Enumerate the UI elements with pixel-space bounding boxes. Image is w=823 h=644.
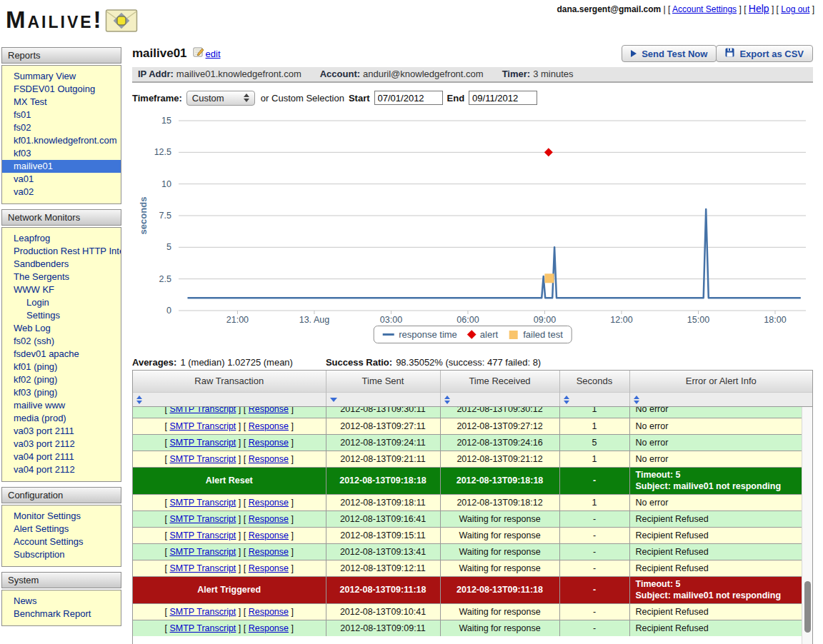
time-received-cell: Waiting for response: [440, 560, 559, 576]
sidebar-item-va03-port-2111[interactable]: va03 port 2111: [2, 425, 121, 438]
table-scrollbar-thumb[interactable]: [804, 581, 811, 633]
sort-control-time-received[interactable]: [440, 392, 559, 406]
sidebar-item-kf01-knowledgefront-com[interactable]: kf01.knowledgefront.com: [2, 134, 121, 147]
user-account-links: dana.sergent@gmail.com | [ Account Setti…: [557, 3, 814, 14]
sort-control-error-or-alert-info[interactable]: [629, 392, 812, 406]
sidebar-item-va01[interactable]: va01: [2, 173, 121, 186]
seconds-cell: -: [559, 560, 629, 576]
sidebar-item-news[interactable]: News: [2, 595, 121, 608]
sort-control-seconds[interactable]: [559, 392, 629, 406]
sidebar-item-mailive-www[interactable]: mailive www: [2, 399, 121, 412]
page: Mailive! dana.sergent@gmail.com | [ Acco…: [0, 0, 823, 644]
sidebar-item-monitor-settings[interactable]: Monitor Settings: [2, 510, 121, 523]
edit-monitor-control[interactable]: edit: [193, 46, 221, 61]
averages-stat: Averages:1 (median) 1.02725 (mean): [132, 357, 293, 370]
response-link[interactable]: Response: [249, 514, 289, 524]
user-email: dana.sergent@gmail.com: [557, 4, 661, 14]
sidebar-item-media-prod-[interactable]: media (prod): [2, 412, 121, 425]
sidebar-item-fsdev01-outgoing[interactable]: FSDEV01 Outgoing: [2, 83, 121, 96]
sidebar-item-va02[interactable]: va02: [2, 186, 121, 198]
start-date-input[interactable]: [374, 91, 443, 105]
time-sent-cell: 2012-08-13T09:15:11: [326, 527, 440, 543]
timeframe-select[interactable]: Custom: [186, 91, 255, 106]
log-out-link[interactable]: Log out: [781, 4, 809, 14]
response-link[interactable]: Response: [249, 406, 289, 414]
response-link[interactable]: Response: [249, 547, 289, 557]
sidebar-item-fs02-ssh-[interactable]: fs02 (ssh): [2, 335, 121, 348]
legend-line-icon: [382, 333, 394, 336]
smtp-transcript-link[interactable]: SMTP Transcript: [169, 607, 236, 617]
sidebar-items: Monitor SettingsAlert SettingsAccount Se…: [1, 505, 121, 567]
response-link[interactable]: Response: [249, 498, 289, 508]
time-sent-cell: 2012-08-13T09:21:11: [326, 451, 440, 467]
svg-text:12:00: 12:00: [610, 315, 632, 325]
main-content: mailive01 edit Send Test Now: [132, 44, 813, 644]
seconds-cell: 1: [559, 494, 629, 510]
svg-text:5: 5: [166, 242, 171, 252]
sidebar-item-benchmark-report[interactable]: Benchmark Report: [2, 608, 121, 620]
sidebar-item-web-log[interactable]: Web Log: [2, 322, 121, 335]
sidebar-item-va03-port-2112[interactable]: va03 port 2112: [2, 438, 121, 451]
smtp-transcript-link[interactable]: SMTP Transcript: [169, 438, 236, 448]
sidebar-item-va04-port-2112[interactable]: va04 port 2112: [2, 463, 121, 476]
smtp-transcript-link[interactable]: SMTP Transcript: [169, 421, 236, 431]
sidebar-item-subscription[interactable]: Subscription: [2, 548, 121, 561]
sidebar-item-kf01-ping-[interactable]: kf01 (ping): [2, 361, 121, 373]
response-link[interactable]: Response: [249, 607, 289, 617]
response-link[interactable]: Response: [249, 623, 289, 633]
save-disk-icon: [725, 48, 734, 59]
smtp-transcript-link[interactable]: SMTP Transcript: [169, 563, 236, 573]
export-csv-button[interactable]: Export as CSV: [716, 45, 813, 62]
sidebar-item-settings[interactable]: Settings: [2, 309, 121, 322]
smtp-transcript-link[interactable]: SMTP Transcript: [169, 547, 236, 557]
sidebar-item-summary-view[interactable]: Summary View: [2, 70, 121, 83]
smtp-transcript-link[interactable]: SMTP Transcript: [169, 514, 236, 524]
sidebar-items: LeapfrogProduction Rest HTTP InterfSandb…: [1, 227, 121, 482]
error-info-cell: Timeout: 5Subject: mailive01 not respond…: [629, 576, 802, 603]
sidebar-item-login[interactable]: Login: [2, 296, 121, 309]
response-link[interactable]: Response: [249, 454, 289, 464]
send-test-now-button[interactable]: Send Test Now: [622, 45, 717, 62]
table-scrollbar[interactable]: [802, 407, 812, 644]
sidebar-item-account-settings[interactable]: Account Settings: [2, 535, 121, 548]
sidebar-item-sandbenders[interactable]: Sandbenders: [2, 258, 121, 271]
table-body-scroll-area: [ SMTP Transcript ] [ Response ]2012-08-…: [133, 406, 812, 644]
smtp-transcript-link[interactable]: SMTP Transcript: [169, 623, 236, 633]
sidebar-item-www-kf[interactable]: WWW KF: [2, 283, 121, 296]
sort-both-icon: [444, 396, 450, 404]
sidebar-item-va04-port-2111[interactable]: va04 port 2111: [2, 451, 121, 463]
sort-control-raw-transaction[interactable]: [133, 392, 326, 406]
response-link[interactable]: Response: [249, 421, 289, 431]
sidebar-item-fs02[interactable]: fs02: [2, 121, 121, 134]
sidebar-item-kf02-ping-[interactable]: kf02 (ping): [2, 373, 121, 386]
sidebar-item-fs01[interactable]: fs01: [2, 109, 121, 121]
sidebar-item-fsdev01-apache[interactable]: fsdev01 apache: [2, 348, 121, 361]
sidebar-item-alert-settings[interactable]: Alert Settings: [2, 523, 121, 535]
smtp-transcript-link[interactable]: SMTP Transcript: [169, 498, 236, 508]
response-link[interactable]: Response: [249, 563, 289, 573]
time-received-cell: 2012-08-13T09:11:18: [440, 576, 559, 603]
sidebar-item-kf03-ping-[interactable]: kf03 (ping): [2, 386, 121, 399]
sidebar-item-mx-test[interactable]: MX Test: [2, 96, 121, 109]
sidebar-item-mailive01[interactable]: mailive01: [2, 160, 121, 173]
edit-link[interactable]: edit: [206, 49, 221, 59]
error-info-cell: No error: [629, 451, 802, 467]
help-link[interactable]: Help: [749, 3, 769, 14]
response-link[interactable]: Response: [249, 530, 289, 540]
select-arrows-icon: [244, 94, 249, 102]
sort-both-icon: [136, 396, 142, 404]
error-info-cell: No error: [629, 494, 802, 510]
sidebar-item-kf03[interactable]: kf03: [2, 147, 121, 160]
response-link[interactable]: Response: [249, 438, 289, 448]
sidebar-item-the-sergents[interactable]: The Sergents: [2, 271, 121, 283]
account-settings-link[interactable]: Account Settings: [672, 4, 737, 14]
smtp-transcript-link[interactable]: SMTP Transcript: [169, 530, 236, 540]
table-row: [ SMTP Transcript ] [ Response ]2012-08-…: [133, 451, 802, 467]
smtp-transcript-link[interactable]: SMTP Transcript: [169, 454, 236, 464]
end-date-input[interactable]: [469, 91, 537, 105]
sort-control-time-sent[interactable]: [326, 392, 440, 406]
sidebar-item-production-rest-http-interf[interactable]: Production Rest HTTP Interf: [2, 245, 121, 258]
sidebar-item-leapfrog[interactable]: Leapfrog: [2, 232, 121, 245]
send-test-now-label: Send Test Now: [642, 49, 707, 59]
smtp-transcript-link[interactable]: SMTP Transcript: [169, 406, 236, 414]
